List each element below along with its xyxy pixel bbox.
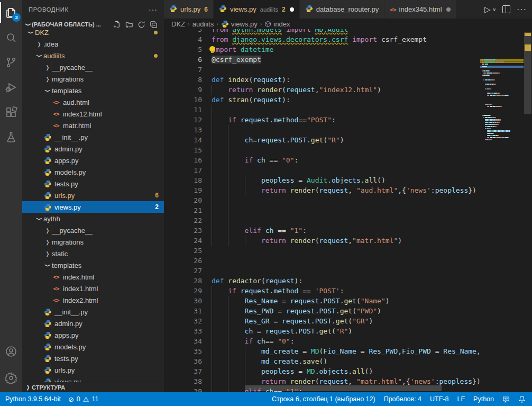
tree-item-index-html[interactable]: <>index.html [22, 271, 164, 283]
new-folder-icon[interactable] [125, 21, 133, 29]
tree-item--init-py[interactable]: __init__.py [22, 131, 164, 143]
source-control-activity-button[interactable] [0, 50, 22, 75]
tree-item-audiiits[interactable]: ❭audiiits [22, 50, 164, 61]
tree-item-matr-html[interactable]: <>matr.html [22, 120, 164, 131]
cursor-position-status[interactable]: Строка 6, столбец 1 (выбрано 12) [272, 395, 375, 403]
run-dropdown-icon[interactable]: ∨ [492, 7, 496, 12]
breadcrumb-item-dkz[interactable]: DKZ [171, 20, 185, 28]
code-line-27[interactable]: 27 [164, 266, 480, 276]
new-file-icon[interactable] [113, 21, 121, 29]
dirty-dot-icon[interactable] [290, 7, 294, 12]
code-line-6[interactable]: 6@csrf_exempt [164, 55, 480, 65]
lightbulb-icon[interactable] [209, 46, 215, 52]
code-line-18[interactable]: 18peopless = Audit.objects.all() [164, 175, 480, 185]
tree-item-static[interactable]: ❭static [22, 248, 164, 259]
tree-item-templates[interactable]: ❭templates [22, 259, 164, 271]
code-line-5[interactable]: 5import datetime [164, 44, 480, 55]
minimap[interactable] [480, 40, 524, 392]
tree-item-migrations[interactable]: ❭migrations [22, 73, 164, 85]
collapse-all-icon[interactable] [150, 21, 158, 29]
code-line-23[interactable]: 23elif ch == "1": [164, 225, 480, 236]
run-debug-activity-button[interactable] [0, 75, 22, 100]
tree-item-urls-py[interactable]: urls.py [22, 364, 164, 376]
code-line-20[interactable]: 20 [164, 195, 480, 205]
code-line-38[interactable]: 38return render(request, "matr.html",{'n… [164, 376, 480, 386]
outline-section-header[interactable]: ❭ СТРУКТУРА [22, 382, 164, 392]
tree-item-apps-py[interactable]: apps.py [22, 329, 164, 341]
tree-item-templates[interactable]: ❭templates [22, 85, 164, 96]
tree-item-views-py[interactable]: views.py2 [22, 201, 164, 213]
extensions-activity-button[interactable] [0, 100, 22, 124]
run-python-file-button[interactable]: ▷ [484, 5, 491, 14]
code-editor[interactable]: 3from aythh.models import MD,Audit4from … [164, 29, 532, 392]
tree-item-tests-py[interactable]: tests.py [22, 178, 164, 190]
code-line-34[interactable]: 34if ch== "0": [164, 336, 480, 346]
tree-item-index1-html[interactable]: <>index1.html [22, 283, 164, 294]
explorer-activity-button[interactable]: 3 [0, 0, 22, 25]
code-line-30[interactable]: 30Res_Name = request.POST.get("Name") [164, 296, 480, 306]
tree-item-models-py[interactable]: models.py [22, 166, 164, 178]
tree-item-models-py[interactable]: models.py [22, 341, 164, 353]
code-line-33[interactable]: 33ch = request.POST.get("R") [164, 326, 480, 336]
code-line-39[interactable]: 39elif ch== "1": [164, 386, 480, 392]
indentation-status[interactable]: Пробелов: 4 [384, 395, 421, 403]
code-line-36[interactable]: 36md_create.save() [164, 356, 480, 366]
tree-item-tests-py[interactable]: tests.py [22, 353, 164, 364]
tree-item-dkz[interactable]: ❭DKZ [22, 30, 164, 38]
code-line-15[interactable]: 15 [164, 145, 480, 155]
account-button[interactable] [0, 339, 22, 364]
split-editor-icon[interactable] [502, 5, 510, 13]
feedback-smiley-icon[interactable] [502, 395, 510, 403]
code-line-17[interactable]: 17 [164, 165, 480, 175]
code-line-35[interactable]: 35md_create = MD(Fio_Name = Res_PWD,Fio_… [164, 346, 480, 356]
tree-item--pycache-[interactable]: ❭__pycache__ [22, 224, 164, 236]
code-line-31[interactable]: 31Res_PWD = request.POST.get("PWD") [164, 306, 480, 316]
tab-urls-py[interactable]: urls.py6 [164, 0, 214, 19]
breadcrumb-item-views.py[interactable]: views.py [221, 20, 258, 28]
tree-item-admin-py[interactable]: admin.py [22, 143, 164, 155]
tree-item--idea[interactable]: ❭.idea [22, 38, 164, 50]
code-line-21[interactable]: 21 [164, 205, 480, 215]
code-line-3[interactable]: 3from aythh.models import MD,Audit [164, 29, 480, 34]
encoding-status[interactable]: UTF-8 [430, 395, 448, 403]
problems-status[interactable]: ⊘ 0 ⚠ 11 [68, 395, 99, 403]
code-line-7[interactable]: 7 [164, 65, 480, 75]
notifications-bell-icon[interactable] [518, 395, 526, 403]
code-line-26[interactable]: 26 [164, 256, 480, 266]
settings-button[interactable] [0, 364, 22, 392]
tree-item-aythh[interactable]: ❭aythh [22, 213, 164, 224]
code-line-24[interactable]: 24return render(request,"matr.html") [164, 236, 480, 246]
code-line-22[interactable]: 22 [164, 215, 480, 225]
tree-item-apps-py[interactable]: apps.py [22, 155, 164, 166]
vertical-scrollbar[interactable] [524, 29, 532, 392]
workspace-section-header[interactable]: ❭ (РАБОЧАЯ ОБЛАСТЬ) ... [22, 19, 164, 30]
code-line-37[interactable]: 37peopless = MD.objects.all() [164, 366, 480, 376]
search-activity-button[interactable] [0, 25, 22, 50]
code-line-11[interactable]: 11 [164, 105, 480, 115]
refresh-icon[interactable] [137, 21, 145, 29]
breadcrumb-item-index[interactable]: index [264, 20, 290, 28]
code-line-25[interactable]: 25 [164, 246, 480, 256]
code-line-13[interactable]: 13 [164, 125, 480, 135]
tree-item-views-py[interactable]: views.py [22, 376, 164, 382]
tab-views-py[interactable]: views.pyaudiiits2 [214, 0, 300, 19]
python-interpreter-status[interactable]: Python 3.9.5 64-bit [5, 395, 61, 403]
tree-item--init-py[interactable]: __init__.py [22, 306, 164, 318]
breadcrumb-item-audiiits[interactable]: audiiits [192, 20, 214, 28]
code-line-32[interactable]: 32Res_GR = request.POST.get("GR") [164, 316, 480, 326]
tree-item-index2-html[interactable]: <>index2.html [22, 294, 164, 306]
testing-activity-button[interactable] [0, 124, 22, 149]
dirty-dot-icon[interactable] [446, 7, 451, 12]
code-line-16[interactable]: 16if ch == "0": [164, 155, 480, 165]
explorer-more-actions[interactable]: ··· [149, 5, 158, 14]
tree-item-aud-html[interactable]: <>aud.html [22, 96, 164, 108]
code-line-4[interactable]: 4from django.views.decorators.csrf impor… [164, 34, 480, 44]
code-line-8[interactable]: 8def index(request): [164, 75, 480, 85]
tree-item-migrations[interactable]: ❭migrations [22, 236, 164, 248]
code-line-19[interactable]: 19return render(request, "aud.html",{'ne… [164, 185, 480, 195]
tree-item--pycache-[interactable]: ❭__pycache__ [22, 61, 164, 73]
code-line-10[interactable]: 10def stran(request): [164, 95, 480, 105]
code-line-12[interactable]: 12if request.method=="POST": [164, 115, 480, 125]
code-line-9[interactable]: 9return render(request,"index12.html") [164, 85, 480, 95]
tree-item-admin-py[interactable]: admin.py [22, 318, 164, 329]
